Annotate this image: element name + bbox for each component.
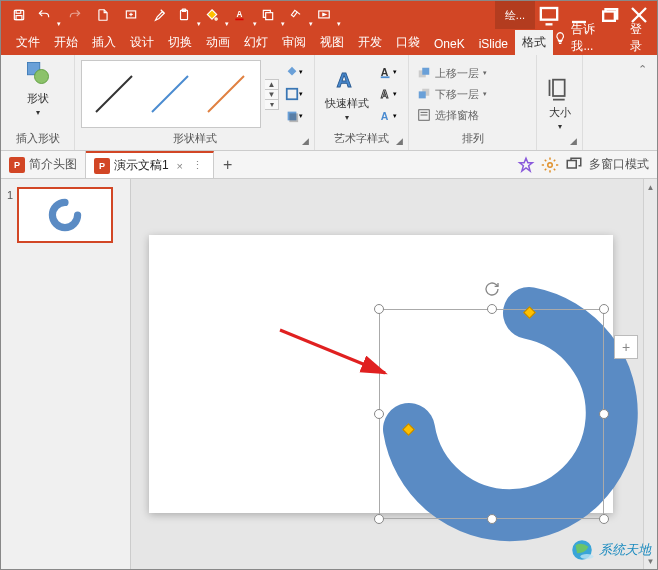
slide-thumbnail-pane: 1 [1,179,131,569]
shapes-button[interactable]: 形状 ▾ [23,89,53,119]
style-item-1[interactable] [86,65,142,123]
save-button[interactable] [7,3,31,27]
tab-home[interactable]: 开始 [47,30,85,55]
group-arrange: 排列 [415,131,530,148]
shape-effects-dd[interactable]: ▾ [283,106,305,126]
collapse-ribbon-button[interactable]: ⌃ [631,59,653,79]
font-color-button[interactable]: A [231,3,255,27]
multi-window-icon[interactable] [565,156,583,174]
svg-rect-34 [419,91,426,98]
selection-outline [379,309,604,519]
tab-animations[interactable]: 动画 [199,30,237,55]
doc-tab-close[interactable]: × [173,159,187,173]
slide-number: 1 [7,187,13,243]
slide-canvas[interactable]: + [149,235,613,513]
format-painter-button[interactable] [287,3,311,27]
wordart-launcher[interactable]: ◢ [392,134,406,148]
resize-handle-tl[interactable] [374,304,384,314]
tab-slideshow[interactable]: 幻灯 [237,30,275,55]
redo-button[interactable] [63,3,87,27]
shape-style-launcher[interactable]: ◢ [298,134,312,148]
new-slide-button[interactable] [119,3,143,27]
tab-developer[interactable]: 开发 [351,30,389,55]
gear-icon[interactable] [541,156,559,174]
style-item-2[interactable] [142,65,198,123]
gallery-more[interactable]: ▾ [265,100,278,109]
resize-handle-bm[interactable] [487,514,497,524]
size-button[interactable]: 大小 ▾ [542,73,578,133]
selected-shape[interactable]: + [379,309,604,519]
doc-tab-1[interactable]: P 简介头图 [1,151,86,178]
tellme-label[interactable]: 告诉我... [571,21,612,55]
new-file-button[interactable] [91,3,115,27]
tab-view[interactable]: 视图 [313,30,351,55]
svg-rect-32 [422,68,429,75]
size-launcher[interactable]: ◢ [566,134,580,148]
tab-review[interactable]: 审阅 [275,30,313,55]
layout-options-button[interactable]: + [614,335,638,359]
svg-line-22 [208,76,244,112]
tab-transitions[interactable]: 切换 [161,30,199,55]
powerpoint-icon: P [9,157,25,173]
svg-rect-10 [235,19,243,21]
svg-point-39 [548,162,553,167]
text-effects-dd[interactable]: A▾ [377,106,399,126]
slideshow-qat-button[interactable] [315,3,339,27]
tab-islide[interactable]: iSlide [472,33,515,55]
text-outline-dd[interactable]: A▾ [377,84,399,104]
gallery-down[interactable]: ▼ [265,90,278,100]
vertical-scrollbar[interactable]: ▲ ▼ [643,179,657,569]
doc-tab-2-label: 演示文稿1 [114,157,169,174]
eyedropper-button[interactable] [147,3,171,27]
doc-tab-menu[interactable]: ⋮ [191,159,205,173]
svg-text:A: A [381,110,389,122]
edit-shape-button[interactable] [20,57,56,89]
quick-style-label: 快速样式 [325,96,369,111]
shape-fill-dd[interactable]: ▾ [283,62,305,82]
gallery-up[interactable]: ▲ [265,80,278,90]
svg-text:A: A [337,68,352,91]
resize-handle-tm[interactable] [487,304,497,314]
svg-rect-23 [287,89,298,100]
multi-window-label[interactable]: 多窗口模式 [589,156,649,173]
undo-button[interactable] [35,3,59,27]
tab-format[interactable]: 格式 [515,30,553,55]
add-doc-tab[interactable]: + [214,151,242,178]
resize-handle-tr[interactable] [599,304,609,314]
group-wordart: 艺术字样式 [321,131,402,148]
workspace: 1 [1,179,657,569]
shape-outline-dd[interactable]: ▾ [283,84,305,104]
resize-handle-mr[interactable] [599,409,609,419]
quick-style-button[interactable]: A 快速样式 ▾ [321,64,373,124]
svg-point-43 [580,554,593,559]
send-backward-button[interactable]: 下移一层▾ [415,86,530,103]
slide-edit-area[interactable]: + ▲ ▼ [131,179,657,569]
doc-tab-2[interactable]: P 演示文稿1 × ⋮ [86,151,214,178]
svg-rect-28 [381,76,390,78]
shape-style-gallery[interactable] [81,60,261,128]
scroll-up[interactable]: ▲ [644,179,657,195]
copy-button[interactable] [259,3,283,27]
style-item-3[interactable] [198,65,254,123]
login-button[interactable]: 登录 [630,21,651,55]
svg-line-21 [152,76,188,112]
rotate-handle[interactable] [484,281,500,297]
paste-button[interactable] [175,3,199,27]
selection-pane-button[interactable]: 选择窗格 [415,107,530,124]
shape-fill-button[interactable] [203,3,227,27]
ribbon-tabs: 文件 开始 插入 设计 切换 动画 幻灯 审阅 视图 开发 口袋 OneK iS… [1,29,657,55]
tab-file[interactable]: 文件 [9,30,47,55]
tab-design[interactable]: 设计 [123,30,161,55]
favorite-icon[interactable] [517,156,535,174]
tab-pocket[interactable]: 口袋 [389,30,427,55]
resize-handle-bl[interactable] [374,514,384,524]
resize-handle-br[interactable] [599,514,609,524]
doc-tab-1-label: 简介头图 [29,156,77,173]
slide-thumbnail-1[interactable]: 1 [7,187,124,243]
text-fill-dd[interactable]: A▾ [377,62,399,82]
tab-onekey[interactable]: OneK [427,33,472,55]
resize-handle-ml[interactable] [374,409,384,419]
svg-rect-38 [553,79,565,95]
bring-forward-button[interactable]: 上移一层▾ [415,65,530,82]
tab-insert[interactable]: 插入 [85,30,123,55]
